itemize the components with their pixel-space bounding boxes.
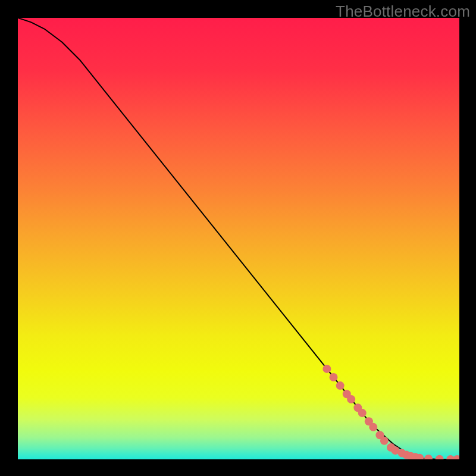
- watermark-text: TheBottleneck.com: [336, 2, 470, 21]
- data-marker: [347, 395, 355, 403]
- plot-area: [18, 18, 459, 459]
- data-marker: [369, 423, 377, 431]
- data-marker: [330, 373, 338, 381]
- data-marker: [380, 437, 389, 445]
- gradient-background: [18, 18, 459, 459]
- chart-frame: TheBottleneck.com: [0, 0, 476, 476]
- chart-svg: [18, 18, 459, 459]
- data-marker: [336, 381, 345, 390]
- data-marker: [358, 409, 367, 417]
- data-marker: [322, 365, 331, 373]
